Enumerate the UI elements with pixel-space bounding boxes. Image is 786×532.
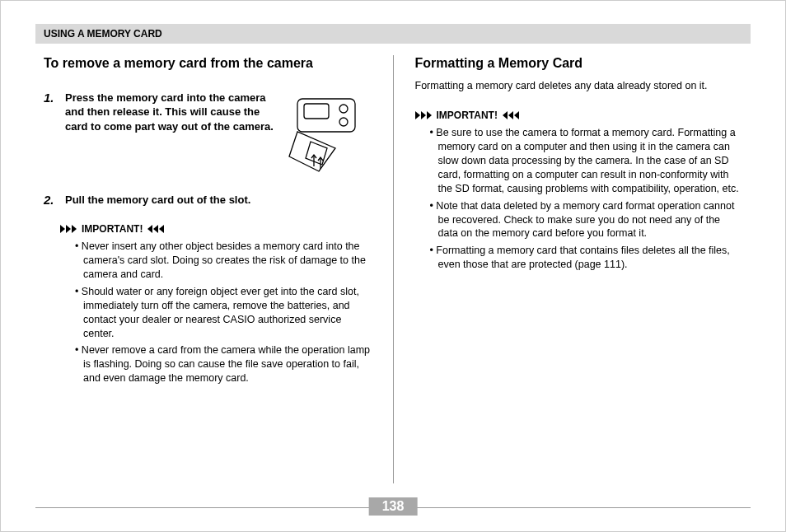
important-label: IMPORTANT!	[82, 223, 143, 235]
svg-rect-1	[304, 104, 329, 119]
step-2: 2. Pull the memory card out of the slot.	[44, 193, 372, 208]
step-text: Press the memory card into the camera an…	[65, 91, 276, 134]
list-item: Note that data deleted by a memory card …	[430, 199, 743, 241]
step-text: Pull the memory card out of the slot.	[65, 193, 372, 208]
right-important-list: Be sure to use the camera to format a me…	[430, 126, 743, 272]
section-header: USING A MEMORY CARD	[35, 24, 751, 44]
triangles-left-icon	[503, 111, 519, 119]
list-item: Formatting a memory card that contains f…	[430, 244, 743, 272]
camera-illustration	[281, 91, 372, 181]
right-heading: Formatting a Memory Card	[415, 55, 743, 72]
right-intro: Formatting a memory card deletes any dat…	[415, 79, 743, 94]
triangles-left-icon	[147, 225, 164, 233]
left-column: To remove a memory card from the camera …	[35, 55, 394, 483]
content-columns: To remove a memory card from the camera …	[35, 55, 751, 483]
important-callout: IMPORTANT!	[415, 110, 743, 121]
important-label: IMPORTANT!	[437, 110, 498, 121]
important-callout: IMPORTANT!	[60, 223, 372, 235]
step-number: 1.	[44, 91, 58, 105]
step-1: 1. Press the memory card into the camera…	[44, 91, 372, 181]
triangles-right-icon	[60, 225, 77, 233]
left-heading: To remove a memory card from the camera	[44, 55, 372, 72]
svg-point-3	[339, 118, 348, 126]
left-important-list: Never insert any other object besides a …	[75, 240, 372, 385]
list-item: Be sure to use the camera to format a me…	[430, 126, 743, 195]
list-item: Should water or any foreign object ever …	[75, 285, 372, 341]
step-number: 2.	[44, 193, 58, 207]
triangles-right-icon	[415, 111, 432, 119]
list-item: Never remove a card from the camera whil…	[75, 343, 372, 385]
svg-point-2	[339, 105, 348, 113]
page-number: 138	[369, 497, 418, 516]
list-item: Never insert any other object besides a …	[75, 240, 372, 282]
right-column: Formatting a Memory Card Formatting a me…	[394, 55, 751, 483]
